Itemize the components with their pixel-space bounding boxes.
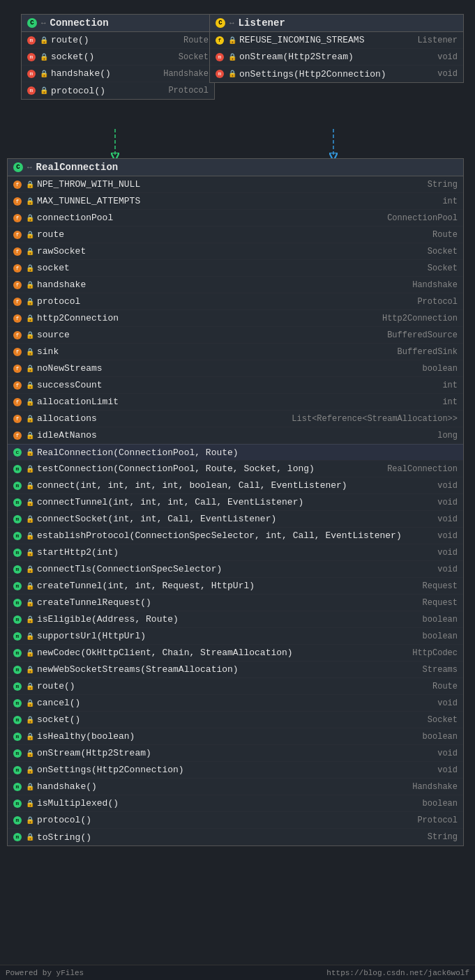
lock-rcm12: 🔒 [26,666,34,674]
rc-method-8: m 🔒 createTunnelRequest() Request [8,595,463,611]
m-icon-l1: m [216,53,224,61]
rc-method-16: m 🔒 isHealthy(boolean) boolean [8,728,463,745]
connection-header: C ↔ Connection [22,15,214,32]
c-icon-rc: c [13,448,22,457]
rc-field-2: f 🔒 connectionPool ConnectionPool [8,210,463,227]
rc-m11-type: HttpCodec [412,648,458,658]
lock-rcm2: 🔒 [26,498,34,507]
lock-rcc: 🔒 [26,448,34,457]
rc-field-10: f 🔒 sink BufferedSink [8,344,463,360]
rc-f13-type: int [442,397,458,407]
list-m0-type: Listener [417,36,458,45]
list-m0-name: REFUSE_INCOMING_STREAMS [239,35,414,45]
rc-m3-name: connectSocket(int, int, Call, EventListe… [37,514,435,524]
rc-m20-type: boolean [423,799,458,809]
rc-f9-type: BufferedSource [387,330,458,340]
rc-f2-type: ConnectionPool [387,213,458,223]
rc-f6-name: handshake [37,280,409,290]
rc-f15-name: idleAtNanos [37,430,435,441]
rc-m7-name: createTunnel(int, int, Request, HttpUrl) [37,581,420,591]
lock-rc11: 🔒 [26,365,34,373]
m-icon-rc13: m [13,682,22,691]
m-icon: m [27,36,36,45]
m-icon-rc12: m [13,666,22,674]
rc-method-10: m 🔒 supportsUrl(HttpUrl) boolean [8,628,463,645]
rc-constructor: c 🔒 RealConnection(ConnectionPool, Route… [8,444,463,461]
m-icon-rc17: m [13,749,22,758]
rc-m5-name: startHttp2(int) [37,547,435,558]
rc-field-3: f 🔒 route Route [8,227,463,243]
rc-m17-type: void [437,749,458,758]
rc-field-4: f 🔒 rawSocket Socket [8,243,463,260]
connection-title: Connection [50,17,109,29]
lock-rcm10: 🔒 [26,632,34,641]
lock-rcm0: 🔒 [26,465,34,473]
rc-m18-type: void [437,765,458,775]
rc-m2-type: void [437,498,458,507]
diagram-container: C ↔ Connection m 🔒 route() Route m 🔒 soc… [0,0,475,980]
rc-field-0: f 🔒 NPE_THROW_WITH_NULL String [8,176,463,193]
connection-box: C ↔ Connection m 🔒 route() Route m 🔒 soc… [21,14,215,100]
lock-rc7: 🔒 [26,298,34,306]
connection-row-0: m 🔒 route() Route [22,32,214,49]
m-icon-rc20: m [13,799,22,808]
conn-m2-name: handshake() [51,68,160,79]
lock-rcm13: 🔒 [26,682,34,691]
rc-m22-name: toString() [37,832,425,843]
lock-rcm22: 🔒 [26,833,34,841]
rc-f12-type: int [442,381,458,390]
f-icon-rc6: f [13,281,22,289]
rc-f0-type: String [428,180,458,190]
rc-m12-name: newWebSocketStreams(StreamAllocation) [37,664,420,675]
rc-method-2: m 🔒 connectTunnel(int, int, int, Call, E… [8,494,463,511]
rc-f10-type: BufferedSink [398,347,458,357]
rc-f14-name: allocations [37,413,289,424]
rc-m16-type: boolean [423,732,458,742]
lock-rc12: 🔒 [26,381,34,390]
rc-m9-type: boolean [423,615,458,625]
list-m2-type: void [437,69,458,79]
rc-f1-type: int [442,197,458,206]
rc-method-18: m 🔒 onSettings(Http2Connection) void [8,762,463,779]
connection-row-1: m 🔒 socket() Socket [22,49,214,66]
lock-rc9: 🔒 [26,331,34,339]
m-icon-rc0: m [13,465,22,473]
lock-rc10: 🔒 [26,348,34,356]
rc-method-3: m 🔒 connectSocket(int, int, Call, EventL… [8,511,463,528]
rc-method-4: m 🔒 establishProtocol(ConnectionSpecSele… [8,528,463,544]
rc-method-0: m 🔒 testConnection(ConnectionPool, Route… [8,461,463,477]
rc-header: C ↔ RealConnection [8,159,463,176]
rc-m11-name: newCodec(OkHttpClient, Chain, StreamAllo… [37,648,409,658]
lock-rcm21: 🔒 [26,816,34,825]
lock-rcm3: 🔒 [26,515,34,523]
f-icon-rc1: f [13,197,22,206]
rc-c-name: RealConnection(ConnectionPool, Route) [37,447,455,458]
f-icon-rc8: f [13,314,22,323]
conn-m3-name: protocol() [51,86,165,96]
rc-f8-type: Http2Connection [382,314,458,323]
rc-f1-name: MAX_TUNNEL_ATTEMPTS [37,196,439,206]
m-icon-rc21: m [13,816,22,825]
rc-m4-type: void [437,531,458,541]
m-icon-rc10: m [13,632,22,641]
f-icon-rc0: f [13,181,22,189]
conn-m3-type: Protocol [168,86,209,95]
rc-method-6: m 🔒 connectTls(ConnectionSpecSelector) v… [8,561,463,578]
lock-0: 🔒 [40,36,48,45]
rc-m19-type: Handshake [412,782,458,792]
f-icon-rc10: f [13,348,22,356]
lock-rcm6: 🔒 [26,565,34,574]
rc-method-20: m 🔒 isMultiplexed() boolean [8,795,463,812]
rc-f3-type: Route [432,230,458,240]
m-icon-rc14: m [13,699,22,707]
rc-f11-type: boolean [423,364,458,374]
m-icon-rc7: m [13,582,22,590]
rc-f3-name: route [37,229,430,240]
m-icon-rc4: m [13,532,22,540]
lock-2: 🔒 [40,70,48,78]
rc-m15-type: Socket [428,715,458,725]
rc-m6-type: void [437,565,458,574]
lock-rcm16: 🔒 [26,733,34,741]
rc-method-13: m 🔒 route() Route [8,678,463,695]
rc-m3-type: void [437,514,458,524]
